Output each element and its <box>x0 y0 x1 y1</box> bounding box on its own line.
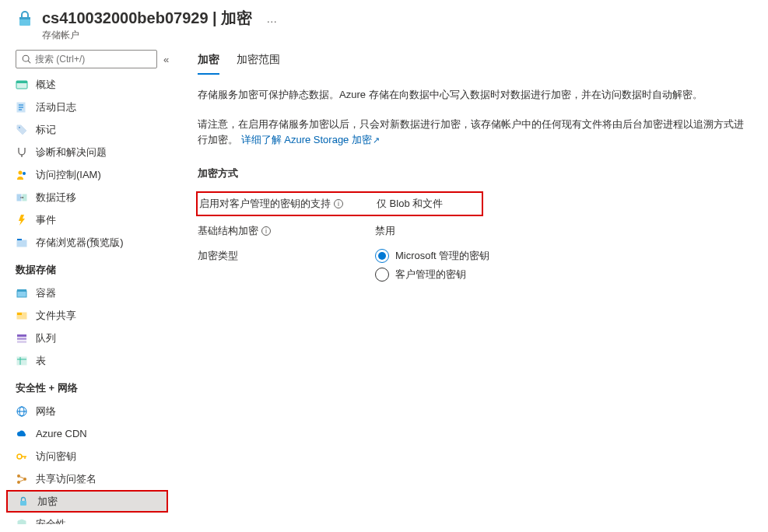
sidebar-item-label: 共享访问签名 <box>36 472 96 486</box>
iam-icon <box>16 169 28 181</box>
page-header: cs410032000beb07929 | 加密 存储帐户 … <box>0 0 768 48</box>
sidebar-section-data-storage: 数据存储 <box>12 254 174 282</box>
main-content: 加密 加密范围 存储服务加密可保护静态数据。Azure 存储在向数据中心写入数据… <box>174 48 768 532</box>
shared-access-signature-icon <box>16 473 28 485</box>
encryption-type-heading: 加密方式 <box>198 166 752 180</box>
svg-point-13 <box>19 170 23 174</box>
tags-icon <box>16 124 28 136</box>
sidebar-item-label: 容器 <box>36 286 56 300</box>
search-icon <box>21 54 32 65</box>
access-keys-icon <box>16 450 28 463</box>
svg-rect-23 <box>17 334 26 337</box>
events-icon <box>16 214 28 226</box>
svg-rect-25 <box>17 341 26 343</box>
radio-icon <box>375 268 389 282</box>
azure-cdn-icon <box>16 428 28 440</box>
sidebar-item-diagnose[interactable]: 诊断和解决问题 <box>12 141 174 163</box>
svg-rect-22 <box>17 313 22 315</box>
sidebar-item-security[interactable]: 安全性 <box>12 513 174 524</box>
activity-log-icon <box>16 101 28 114</box>
sidebar-item-overview[interactable]: 概述 <box>12 73 174 96</box>
encryption-description-1: 存储服务加密可保护静态数据。Azure 存储在向数据中心写入数据时对数据进行加密… <box>198 87 752 103</box>
sidebar-item-label: 诊断和解决问题 <box>36 145 107 159</box>
sidebar-item-azure-cdn[interactable]: Azure CDN <box>12 422 174 445</box>
queues-icon <box>16 332 28 345</box>
storage-explorer-icon <box>16 236 28 249</box>
radio-customer-managed-keys[interactable]: 客户管理的密钥 <box>375 268 752 282</box>
sidebar-item-label: 网络 <box>36 404 56 418</box>
sidebar-item-file-shares[interactable]: 文件共享 <box>12 304 174 327</box>
radio-microsoft-managed-keys[interactable]: Microsoft 管理的密钥 <box>375 249 752 263</box>
search-input[interactable] <box>35 54 152 65</box>
radio-icon <box>375 249 389 263</box>
svg-rect-1 <box>19 17 30 19</box>
sidebar-item-storage-explorer[interactable]: 存储浏览器(预览版) <box>12 231 174 254</box>
svg-point-11 <box>19 127 20 128</box>
cmk-support-value: 仅 Blob 和文件 <box>377 197 471 211</box>
tab-encryption-scope[interactable]: 加密范围 <box>237 50 280 75</box>
cmk-support-label: 启用对客户管理的密钥的支持 i <box>199 197 377 211</box>
infrastructure-encryption-value: 禁用 <box>375 224 752 238</box>
svg-point-2 <box>23 55 29 61</box>
sidebar-item-encryption[interactable]: 加密 <box>6 490 168 513</box>
encryption-type-label: 加密类型 <box>198 249 375 263</box>
svg-rect-24 <box>17 338 26 340</box>
sidebar-item-label: 活动日志 <box>36 100 76 114</box>
sidebar: « 概述 活动日志 标记 诊断和解决问题 <box>0 48 174 532</box>
infrastructure-encryption-label: 基础结构加密 i <box>198 224 375 238</box>
external-link-icon: ↗ <box>373 135 380 145</box>
sidebar-item-sas[interactable]: 共享访问签名 <box>12 467 174 490</box>
svg-rect-19 <box>17 291 26 297</box>
svg-point-14 <box>23 172 26 175</box>
file-shares-icon <box>16 310 28 322</box>
sidebar-item-containers[interactable]: 容器 <box>12 282 174 304</box>
svg-rect-20 <box>17 289 26 292</box>
sidebar-item-networking[interactable]: 网络 <box>12 400 174 422</box>
svg-rect-26 <box>17 357 26 365</box>
search-box[interactable] <box>16 50 157 68</box>
sidebar-item-activity-log[interactable]: 活动日志 <box>12 96 174 118</box>
sidebar-item-queues[interactable]: 队列 <box>12 327 174 349</box>
sidebar-section-security-networking: 安全性 + 网络 <box>12 372 174 400</box>
svg-point-32 <box>17 454 22 459</box>
overview-icon <box>16 79 28 91</box>
sidebar-item-label: Azure CDN <box>36 428 87 439</box>
sidebar-item-label: 文件共享 <box>36 309 76 323</box>
sidebar-item-events[interactable]: 事件 <box>12 208 174 231</box>
containers-icon <box>16 287 28 299</box>
tables-icon <box>16 355 28 367</box>
sidebar-item-label: 安全性 <box>36 517 66 525</box>
diagnose-icon <box>16 146 28 159</box>
sidebar-item-tags[interactable]: 标记 <box>12 118 174 141</box>
page-subtitle: 存储帐户 <box>42 29 252 42</box>
svg-rect-40 <box>20 501 26 506</box>
info-icon[interactable]: i <box>334 199 343 208</box>
sidebar-item-label: 数据迁移 <box>36 191 76 205</box>
sidebar-item-iam[interactable]: 访问控制(IAM) <box>12 163 174 186</box>
sidebar-item-tables[interactable]: 表 <box>12 349 174 372</box>
lock-icon <box>16 9 34 28</box>
security-icon <box>16 518 28 525</box>
svg-rect-6 <box>16 81 27 83</box>
tab-encryption[interactable]: 加密 <box>198 50 219 75</box>
sidebar-item-label: 概述 <box>36 78 56 92</box>
sidebar-item-label: 访问控制(IAM) <box>36 168 101 182</box>
sidebar-item-data-migration[interactable]: 数据迁移 <box>12 186 174 208</box>
sidebar-item-label: 事件 <box>36 213 56 227</box>
encryption-description-2: 请注意，在启用存储服务加密以后，只会对新数据进行加密，该存储帐户中的任何现有文件… <box>198 117 752 148</box>
collapse-sidebar-button[interactable]: « <box>163 54 169 65</box>
svg-rect-18 <box>17 239 22 240</box>
learn-more-link[interactable]: 详细了解 Azure Storage 加密↗ <box>241 134 380 145</box>
sidebar-item-access-keys[interactable]: 访问密钥 <box>12 445 174 467</box>
more-button[interactable]: … <box>266 8 278 25</box>
sidebar-item-label: 表 <box>36 354 46 368</box>
page-title: cs410032000beb07929 | 加密 <box>42 8 252 29</box>
sidebar-item-label: 访问密钥 <box>36 450 76 464</box>
encryption-icon <box>17 495 30 508</box>
sidebar-item-label: 存储浏览器(预览版) <box>36 236 124 250</box>
sidebar-item-label: 标记 <box>36 123 56 137</box>
data-migration-icon <box>16 191 28 204</box>
info-icon[interactable]: i <box>261 226 271 236</box>
sidebar-item-label: 加密 <box>37 495 58 509</box>
svg-line-38 <box>20 477 24 478</box>
